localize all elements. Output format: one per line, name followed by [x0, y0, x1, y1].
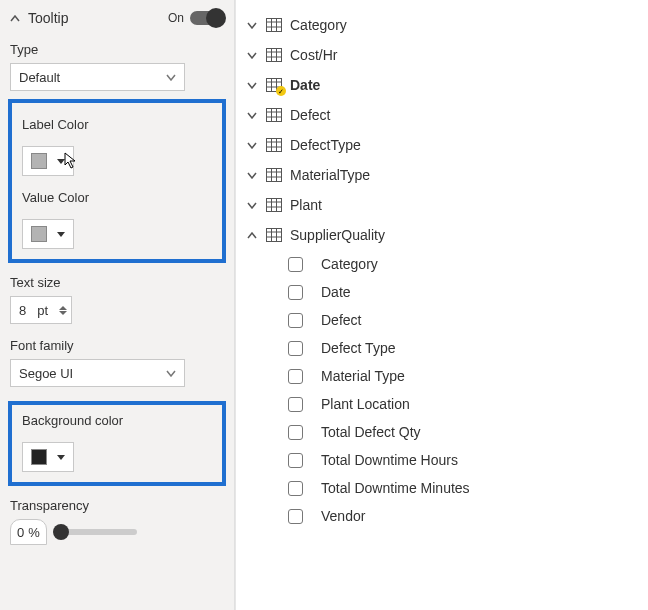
- table-row[interactable]: Plant: [236, 190, 648, 220]
- field-checkbox[interactable]: [288, 341, 303, 356]
- field-checkbox[interactable]: [288, 397, 303, 412]
- spinner-arrows-icon[interactable]: [59, 306, 67, 315]
- chevron-down-icon: [246, 22, 258, 29]
- value-color-label: Value Color: [22, 190, 212, 205]
- font-family-dropdown[interactable]: Segoe UI: [10, 359, 185, 387]
- table-icon: [266, 228, 282, 242]
- field-checkbox[interactable]: [288, 313, 303, 328]
- chevron-down-icon: [166, 370, 176, 377]
- field-row[interactable]: Total Defect Qty: [236, 418, 648, 446]
- svg-rect-25: [267, 169, 282, 182]
- field-name: Total Downtime Hours: [321, 452, 458, 468]
- cursor-icon: [64, 152, 80, 170]
- background-color-highlight: Background color: [8, 401, 226, 486]
- field-checkbox[interactable]: [288, 425, 303, 440]
- toggle-label: On: [168, 11, 184, 25]
- chevron-down-icon: [166, 74, 176, 81]
- field-row[interactable]: Total Downtime Minutes: [236, 474, 648, 502]
- type-dropdown[interactable]: Default: [10, 63, 185, 91]
- field-name: Category: [321, 256, 378, 272]
- transparency-value: 0: [17, 525, 24, 540]
- svg-rect-15: [267, 109, 282, 122]
- field-checkbox[interactable]: [288, 509, 303, 524]
- svg-rect-20: [267, 139, 282, 152]
- table-name: Cost/Hr: [290, 47, 337, 63]
- field-row[interactable]: Material Type: [236, 362, 648, 390]
- text-size-value: 8: [19, 303, 26, 318]
- text-size-label: Text size: [10, 275, 224, 290]
- table-row[interactable]: Defect: [236, 100, 648, 130]
- field-name: Total Downtime Minutes: [321, 480, 470, 496]
- table-row[interactable]: SupplierQuality: [236, 220, 648, 250]
- field-checkbox[interactable]: [288, 285, 303, 300]
- table-row[interactable]: Cost/Hr: [236, 40, 648, 70]
- table-row[interactable]: Date: [236, 70, 648, 100]
- table-name: Date: [290, 77, 320, 93]
- label-value-color-highlight: Label Color Value Color: [8, 99, 226, 263]
- table-icon: [266, 108, 282, 122]
- color-swatch-icon: [31, 153, 47, 169]
- background-color-picker[interactable]: [22, 442, 74, 472]
- slider-thumb-icon[interactable]: [53, 524, 69, 540]
- transparency-label: Transparency: [10, 498, 224, 513]
- caret-down-icon: [57, 455, 65, 460]
- chevron-down-icon: [246, 82, 258, 89]
- table-row[interactable]: DefectType: [236, 130, 648, 160]
- tooltip-section-header[interactable]: Tooltip On: [10, 8, 224, 36]
- table-name: SupplierQuality: [290, 227, 385, 243]
- table-name: Plant: [290, 197, 322, 213]
- table-name: Category: [290, 17, 347, 33]
- field-checkbox[interactable]: [288, 453, 303, 468]
- fields-pane: CategoryCost/HrDateDefectDefectTypeMater…: [235, 0, 648, 610]
- font-family-value: Segoe UI: [19, 366, 73, 381]
- chevron-down-icon: [246, 112, 258, 119]
- field-row[interactable]: Category: [236, 250, 648, 278]
- field-name: Date: [321, 284, 351, 300]
- field-checkbox[interactable]: [288, 481, 303, 496]
- toggle-switch[interactable]: [190, 11, 224, 25]
- type-value: Default: [19, 70, 60, 85]
- svg-rect-0: [267, 19, 282, 32]
- chevron-up-icon: [10, 15, 20, 22]
- value-color-picker[interactable]: [22, 219, 74, 249]
- field-name: Vendor: [321, 508, 365, 524]
- field-row[interactable]: Total Downtime Hours: [236, 446, 648, 474]
- field-checkbox[interactable]: [288, 257, 303, 272]
- transparency-slider[interactable]: [57, 529, 137, 535]
- field-checkbox[interactable]: [288, 369, 303, 384]
- field-row[interactable]: Vendor: [236, 502, 648, 530]
- table-icon: [266, 48, 282, 62]
- transparency-input[interactable]: 0 %: [10, 519, 47, 545]
- table-name: Defect: [290, 107, 330, 123]
- chevron-down-icon: [246, 202, 258, 209]
- background-color-label: Background color: [22, 413, 212, 428]
- tooltip-toggle[interactable]: On: [168, 11, 224, 25]
- table-icon: [266, 168, 282, 182]
- date-badge-icon: [276, 86, 286, 96]
- field-row[interactable]: Plant Location: [236, 390, 648, 418]
- table-row[interactable]: MaterialType: [236, 160, 648, 190]
- field-row[interactable]: Defect: [236, 306, 648, 334]
- format-pane: Tooltip On Type Default Label Color: [0, 0, 235, 610]
- transparency-unit: %: [28, 525, 40, 540]
- text-size-stepper[interactable]: 8 pt: [10, 296, 72, 324]
- field-row[interactable]: Date: [236, 278, 648, 306]
- table-name: MaterialType: [290, 167, 370, 183]
- chevron-down-icon: [246, 142, 258, 149]
- color-swatch-icon: [31, 449, 47, 465]
- table-icon: [266, 18, 282, 32]
- field-name: Defect Type: [321, 340, 395, 356]
- field-name: Plant Location: [321, 396, 410, 412]
- table-icon: [266, 198, 282, 212]
- label-color-label: Label Color: [22, 117, 212, 132]
- field-row[interactable]: Defect Type: [236, 334, 648, 362]
- font-family-label: Font family: [10, 338, 224, 353]
- section-title: Tooltip: [28, 10, 68, 26]
- table-icon: [266, 78, 282, 92]
- type-label: Type: [10, 42, 224, 57]
- field-name: Material Type: [321, 368, 405, 384]
- table-row[interactable]: Category: [236, 10, 648, 40]
- table-icon: [266, 138, 282, 152]
- field-name: Total Defect Qty: [321, 424, 421, 440]
- svg-rect-35: [267, 229, 282, 242]
